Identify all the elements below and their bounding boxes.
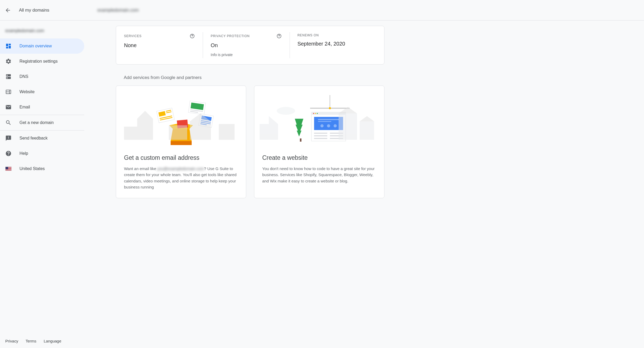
svg-point-28 (277, 107, 295, 115)
summary-sub: Info is private (211, 53, 281, 57)
sidebar-item-label: Website (19, 90, 35, 94)
help-circle-icon[interactable] (190, 33, 195, 39)
sidebar-item-registration-settings[interactable]: Registration settings (0, 54, 84, 69)
sidebar-item-label: Send feedback (19, 136, 48, 141)
summary-label: PRIVACY PROTECTION (211, 34, 250, 38)
summary-services: SERVICES None (124, 33, 203, 57)
svg-marker-34 (360, 116, 374, 121)
card-description: Want an email like you@exampledomain.com… (116, 166, 246, 190)
summary-card: SERVICES None PRIVACY PROTECTION On Info… (116, 26, 384, 64)
sidebar-item-email[interactable]: Email (0, 100, 84, 115)
sidebar-item-get-new-domain[interactable]: Get a new domain (0, 115, 84, 130)
website-illustration (254, 86, 384, 154)
search-icon (5, 120, 12, 126)
us-flag-icon (5, 166, 12, 172)
settings-icon (5, 58, 12, 64)
back-arrow-icon[interactable] (5, 7, 11, 13)
header-title[interactable]: All my domains (19, 8, 49, 13)
sidebar-item-label: Help (19, 151, 28, 156)
card-title: Get a custom email address (116, 154, 246, 166)
feedback-icon (5, 135, 12, 141)
summary-value: None (124, 42, 195, 48)
dns-icon (5, 73, 12, 80)
web-icon (5, 89, 12, 95)
sidebar: exampledomain.com Domain overview Regist… (0, 21, 84, 209)
help-icon (5, 150, 12, 157)
main-content: SERVICES None PRIVACY PROTECTION On Info… (84, 21, 395, 209)
card-title: Create a website (254, 154, 384, 166)
section-title: Add services from Google and partners (116, 75, 384, 80)
sidebar-item-label: Domain overview (19, 44, 52, 48)
sidebar-item-label: United States (19, 166, 45, 171)
sidebar-item-label: Get a new domain (19, 120, 54, 125)
svg-marker-4 (137, 111, 153, 140)
help-circle-icon[interactable] (276, 33, 282, 39)
svg-marker-10 (171, 141, 192, 145)
sidebar-item-send-feedback[interactable]: Send feedback (0, 131, 84, 146)
sidebar-item-label: Email (19, 105, 30, 110)
summary-renews: RENEWS ON September 24, 2020 (290, 33, 376, 57)
sidebar-domain-name: exampledomain.com (0, 26, 84, 36)
card-description: You don't need to know how to code to ha… (254, 166, 384, 184)
svg-point-3 (279, 37, 279, 37)
svg-rect-33 (360, 121, 374, 140)
svg-marker-30 (269, 116, 278, 124)
sidebar-item-label: DNS (19, 74, 28, 79)
header-domain-name: exampledomain.com (84, 8, 139, 13)
summary-label: RENEWS ON (298, 33, 319, 37)
dashboard-icon (5, 43, 12, 49)
svg-marker-32 (339, 107, 357, 113)
header: All my domains exampledomain.com (0, 0, 644, 21)
sidebar-item-country[interactable]: United States (0, 161, 84, 176)
svg-marker-6 (190, 113, 211, 140)
sidebar-item-dns[interactable]: DNS (0, 69, 84, 84)
summary-value: On (211, 42, 281, 48)
sidebar-item-website[interactable]: Website (0, 84, 84, 100)
sidebar-item-label: Registration settings (19, 59, 58, 64)
svg-rect-7 (169, 125, 187, 140)
svg-point-1 (192, 37, 192, 37)
email-icon (5, 104, 12, 110)
service-card-email[interactable]: Get a custom email address Want an email… (116, 86, 246, 198)
sidebar-item-help[interactable]: Help (0, 146, 84, 161)
service-card-website[interactable]: Create a website You don't need to know … (254, 86, 384, 198)
svg-rect-29 (260, 124, 278, 140)
summary-label: SERVICES (124, 34, 142, 38)
svg-rect-8 (219, 124, 235, 140)
summary-privacy: PRIVACY PROTECTION On Info is private (203, 33, 289, 57)
sidebar-item-domain-overview[interactable]: Domain overview (0, 38, 84, 54)
svg-rect-31 (339, 113, 357, 140)
summary-value: September 24, 2020 (298, 41, 368, 47)
email-illustration (116, 86, 246, 154)
svg-rect-5 (124, 127, 137, 140)
